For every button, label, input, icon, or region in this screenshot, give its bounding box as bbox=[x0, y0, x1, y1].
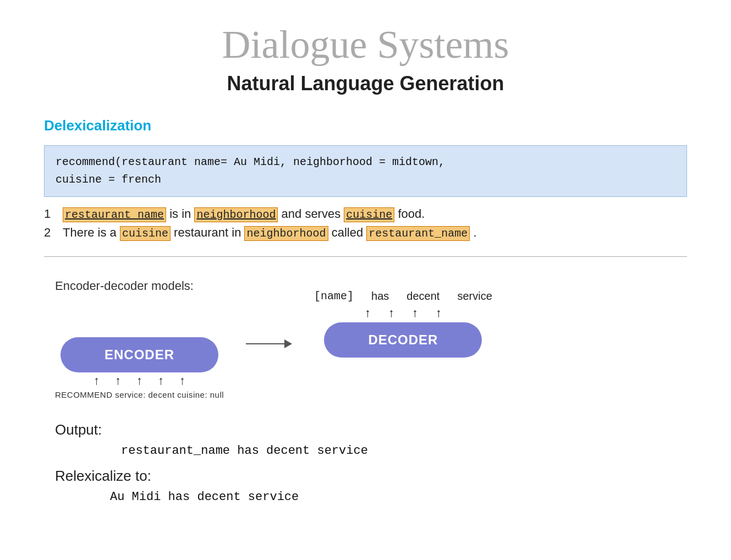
decoder-section: [name] has decent service ↑ ↑ ↑ ↑ DECODE… bbox=[314, 290, 492, 358]
encoder-arrows: ↑ ↑ ↑ ↑ ↑ bbox=[94, 375, 185, 387]
token-name: [name] bbox=[314, 290, 354, 303]
token-neighborhood-1: neighborhood bbox=[194, 207, 278, 222]
relexicalize-label: Relexicalize to: bbox=[55, 468, 687, 485]
template-list: 1 restaurant_name is in neighborhood and… bbox=[44, 207, 687, 240]
token-neighborhood-2: neighborhood bbox=[244, 226, 328, 241]
output-code: restaurant_name has decent service bbox=[121, 444, 687, 458]
template-2: There is a cuisine restaurant in neighbo… bbox=[63, 226, 477, 240]
code-line-2: cuisine = french bbox=[56, 173, 161, 186]
list-num: 1 bbox=[44, 207, 57, 221]
token-restaurant-name-1: restaurant_name bbox=[63, 207, 166, 222]
encoder-wrapper: ENCODER ↑ ↑ ↑ ↑ ↑ RECOMMEND servi bbox=[55, 337, 224, 399]
encoder-decoder-label: Encoder-decoder models: bbox=[55, 279, 194, 293]
encoder-pill: ENCODER bbox=[61, 337, 218, 372]
list-item: 1 restaurant_name is in neighborhood and… bbox=[44, 207, 687, 221]
arrow-5: ↑ bbox=[179, 375, 185, 387]
encoder-input-label: RECOMMEND service: decent cuisine: null bbox=[55, 390, 224, 399]
decoder-pill: DECODER bbox=[324, 322, 482, 358]
arrow-1: ↑ bbox=[94, 375, 100, 387]
token-service: service bbox=[457, 290, 492, 303]
output-label: Output: bbox=[55, 421, 687, 438]
list-num: 2 bbox=[44, 226, 57, 240]
token-has: has bbox=[371, 290, 389, 303]
sub-title: Natural Language Generation bbox=[44, 72, 687, 95]
output-section: Output: restaurant_name has decent servi… bbox=[44, 421, 687, 504]
token-decent: decent bbox=[406, 290, 439, 303]
divider bbox=[44, 256, 687, 257]
diagram-section: Encoder-decoder models: ENCODER ↑ ↑ ↑ ↑ bbox=[44, 279, 687, 399]
arrow-2: ↑ bbox=[115, 375, 121, 387]
section-heading: Delexicalization bbox=[44, 117, 687, 134]
template-1: restaurant_name is in neighborhood and s… bbox=[63, 207, 425, 221]
relexicalize-code: Au Midi has decent service bbox=[110, 490, 687, 504]
arrow-4: ↑ bbox=[158, 375, 164, 387]
code-box: recommend(restaurant name= Au Midi, neig… bbox=[44, 145, 687, 197]
token-cuisine-2: cuisine bbox=[120, 226, 171, 241]
token-cuisine-1: cuisine bbox=[344, 207, 394, 222]
token-restaurant-name-2: restaurant_name bbox=[366, 226, 470, 241]
decoder-output-labels: [name] has decent service bbox=[314, 290, 492, 303]
decoder-arrows: ↑ ↑ ↑ ↑ bbox=[365, 306, 442, 320]
code-line-1: recommend(restaurant name= Au Midi, neig… bbox=[56, 156, 445, 168]
arrow-3: ↑ bbox=[136, 375, 142, 387]
main-title: Dialogue Systems bbox=[44, 22, 687, 68]
list-item: 2 There is a cuisine restaurant in neigh… bbox=[44, 226, 687, 240]
